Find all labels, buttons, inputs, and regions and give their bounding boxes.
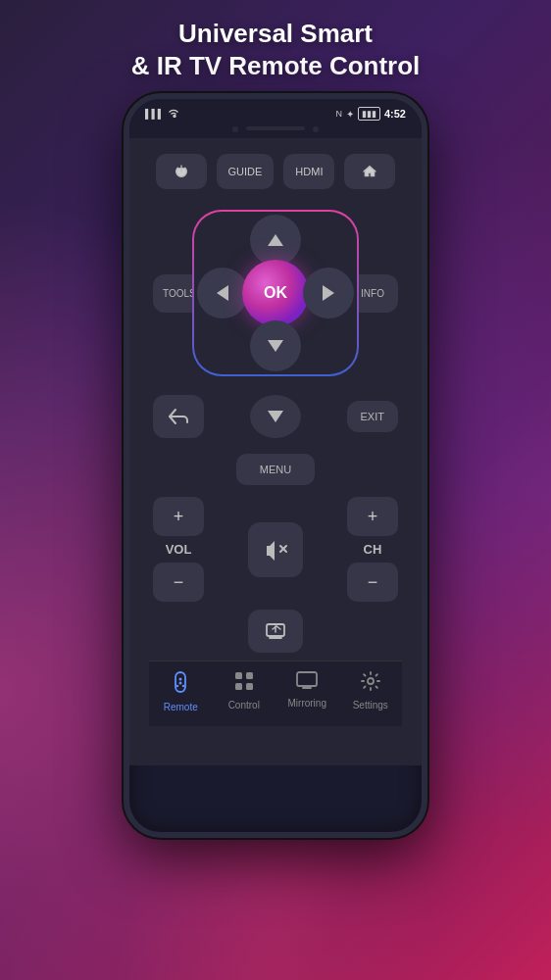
dpad-left-button[interactable]	[197, 268, 248, 318]
nav-item-mirroring[interactable]: Mirroring	[279, 671, 334, 712]
menu-button[interactable]: MENU	[236, 454, 315, 485]
svg-point-8	[182, 685, 184, 687]
guide-button[interactable]: GUIDE	[217, 154, 275, 189]
svg-point-14	[368, 678, 374, 684]
svg-rect-11	[235, 683, 242, 690]
vol-plus-button[interactable]: +	[153, 497, 204, 536]
arrow-up-icon	[268, 234, 283, 246]
camera-dot-2	[313, 126, 319, 132]
svg-point-7	[176, 685, 178, 687]
volume-block: + VOL −	[153, 497, 204, 602]
arrow-left-icon	[217, 285, 228, 301]
mirroring-nav-icon	[296, 671, 318, 694]
svg-rect-9	[235, 672, 242, 679]
camera-area	[129, 124, 422, 138]
remote-nav-label: Remote	[164, 702, 198, 712]
dpad-container: OK	[204, 205, 347, 381]
signal-icon: ▌▌▌	[145, 109, 164, 119]
nav-item-remote[interactable]: Remote	[153, 671, 208, 712]
status-bar: ▌▌▌ N ✦ ▮▮▮ 4:52	[129, 99, 422, 124]
info-button[interactable]: INFO	[347, 274, 398, 313]
nav-item-control[interactable]: Control	[217, 671, 272, 712]
exit-button[interactable]: EXIT	[347, 401, 398, 432]
top-buttons-row: GUIDE HDMI	[149, 154, 402, 189]
svg-point-6	[179, 682, 182, 685]
dpad-up-button[interactable]	[250, 215, 301, 266]
menu-row: MENU	[149, 454, 402, 485]
page-title: Universal Smart & IR TV Remote Control	[20, 18, 531, 81]
ch-plus-button[interactable]: +	[347, 497, 398, 536]
below-nav-row: EXIT	[149, 395, 402, 438]
nav-item-settings[interactable]: Settings	[343, 671, 398, 712]
wifi-icon	[168, 108, 179, 120]
vol-minus-button[interactable]: −	[153, 563, 204, 602]
ch-label: CH	[364, 542, 382, 557]
ch-minus-button[interactable]: −	[347, 563, 398, 602]
channel-block: + CH −	[347, 497, 398, 602]
remote-nav-icon	[171, 671, 190, 698]
control-nav-label: Control	[228, 700, 260, 710]
home-button[interactable]	[344, 154, 395, 189]
svg-rect-13	[297, 672, 317, 686]
status-time: 4:52	[384, 108, 406, 120]
settings-nav-label: Settings	[353, 700, 388, 710]
arrow-down-icon	[268, 340, 283, 352]
remote-screen: GUIDE HDMI TOOLS	[129, 138, 422, 765]
page-header: Universal Smart & IR TV Remote Control	[0, 0, 551, 93]
nav-area: TOOLS OK	[149, 205, 402, 381]
dpad-down-button-2[interactable]	[250, 395, 301, 438]
dpad-right-button[interactable]	[303, 268, 354, 318]
vol-label: VOL	[166, 542, 192, 557]
power-button[interactable]	[156, 154, 207, 189]
svg-rect-12	[246, 683, 253, 690]
hdmi-button[interactable]: HDMI	[283, 154, 334, 189]
camera-dot	[232, 126, 238, 132]
bottom-nav-bar: Remote Control	[149, 661, 402, 726]
battery-icon: ▮▮▮	[358, 107, 380, 121]
arrow-right-icon	[323, 285, 334, 301]
source-button[interactable]	[248, 610, 303, 653]
dpad-cross: OK	[197, 215, 354, 371]
arrow-down-icon-2	[268, 411, 283, 422]
bluetooth-icon: ✦	[346, 109, 354, 120]
control-nav-icon	[234, 671, 254, 696]
dpad-down-button[interactable]	[250, 320, 301, 371]
svg-rect-10	[246, 672, 253, 679]
svg-point-5	[179, 678, 182, 681]
settings-nav-icon	[361, 671, 380, 696]
ok-button[interactable]: OK	[242, 260, 309, 326]
mirroring-nav-label: Mirroring	[288, 698, 326, 709]
nfc-icon: N	[335, 109, 342, 119]
back-button[interactable]	[153, 395, 204, 438]
phone-frame: ▌▌▌ N ✦ ▮▮▮ 4:52	[124, 93, 427, 838]
speaker-bar	[246, 126, 305, 130]
vol-ch-area: + VOL − + CH	[149, 497, 402, 602]
mute-button[interactable]	[248, 522, 303, 577]
source-row	[149, 610, 402, 653]
